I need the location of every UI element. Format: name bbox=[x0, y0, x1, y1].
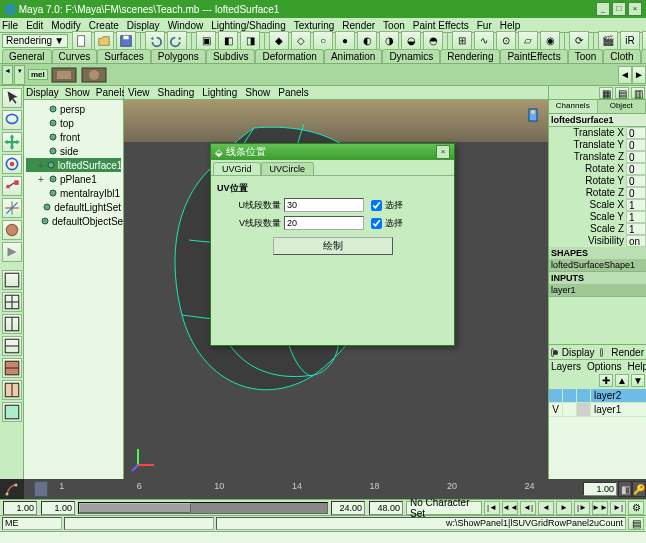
view-compass-icon[interactable] bbox=[524, 106, 542, 124]
four-pane-button[interactable] bbox=[2, 292, 22, 312]
layout-e-button[interactable] bbox=[2, 402, 22, 422]
layer-row[interactable]: layer2 bbox=[549, 389, 646, 403]
select-component-button[interactable]: ◨ bbox=[240, 31, 260, 51]
step-back-button[interactable]: ◄◄ bbox=[502, 501, 518, 515]
menu-render[interactable]: Render bbox=[342, 20, 375, 31]
select-tool[interactable] bbox=[2, 88, 22, 108]
outliner-menu-show[interactable]: Show bbox=[65, 87, 90, 98]
layout-d-button[interactable] bbox=[2, 380, 22, 400]
save-scene-button[interactable] bbox=[116, 31, 136, 51]
input-item[interactable]: layer1 bbox=[549, 284, 646, 297]
shelf-tab-surfaces[interactable]: Surfaces bbox=[97, 49, 150, 63]
layer-new-button[interactable]: ✚ bbox=[599, 374, 613, 387]
menu-file[interactable]: File bbox=[2, 20, 18, 31]
last-tool[interactable] bbox=[2, 242, 22, 262]
anim-pref-button[interactable] bbox=[0, 479, 24, 499]
shelf-custom-icon-b[interactable] bbox=[80, 66, 108, 84]
shelf-collapse-button[interactable]: ◄ bbox=[2, 65, 13, 85]
dialog-tab-uvcircle[interactable]: UVCircle bbox=[261, 162, 315, 175]
ipr-render-button[interactable]: iR bbox=[620, 31, 640, 51]
range-track[interactable] bbox=[78, 502, 328, 514]
layer-menu-options[interactable]: Options bbox=[587, 361, 621, 372]
menu-help[interactable]: Help bbox=[500, 20, 521, 31]
channel-attr[interactable]: Scale Y1 bbox=[549, 211, 646, 223]
dialog-select-checkbox[interactable] bbox=[371, 200, 382, 211]
menu-modify[interactable]: Modify bbox=[51, 20, 80, 31]
cmd-input[interactable] bbox=[64, 517, 214, 530]
time-snap-toggle[interactable]: ◧ bbox=[618, 481, 632, 497]
lasso-tool[interactable] bbox=[2, 110, 22, 130]
layer-dn-button[interactable]: ▼ bbox=[631, 374, 645, 387]
snap-live-button[interactable]: ◉ bbox=[540, 31, 560, 51]
channel-node-name[interactable]: loftedSurface1 bbox=[549, 114, 646, 127]
viewport-menu-view[interactable]: View bbox=[128, 87, 150, 98]
channel-attr[interactable]: Translate Z0 bbox=[549, 151, 646, 163]
outliner-item-defaultlightset[interactable]: defaultLightSet bbox=[26, 200, 121, 214]
channel-mode-a[interactable]: ▦ bbox=[599, 87, 613, 99]
shelf-custom-icon-a[interactable] bbox=[50, 66, 78, 84]
mask-b-button[interactable]: ◇ bbox=[291, 31, 311, 51]
outliner-item-defaultobjectset[interactable]: defaultObjectSet bbox=[26, 214, 121, 228]
dialog-count-input[interactable] bbox=[284, 198, 364, 212]
menu-fur[interactable]: Fur bbox=[477, 20, 492, 31]
time-current-marker[interactable] bbox=[34, 481, 48, 497]
dialog-count-input[interactable] bbox=[284, 216, 364, 230]
viewport-menu-lighting[interactable]: Lighting bbox=[202, 87, 237, 98]
range-start-field[interactable] bbox=[41, 501, 75, 515]
prev-key-button[interactable]: ◄| bbox=[520, 501, 536, 515]
outliner-item-persp[interactable]: persp bbox=[26, 102, 121, 116]
shelf-tab-toon[interactable]: Toon bbox=[568, 49, 604, 63]
menu-lightingshading[interactable]: Lighting/Shading bbox=[211, 20, 286, 31]
current-time-field[interactable] bbox=[583, 482, 617, 496]
shelf-tab-deformation[interactable]: Deformation bbox=[255, 49, 323, 63]
shelf-tab-painteffects[interactable]: PaintEffects bbox=[500, 49, 567, 63]
anim-prefs-button[interactable]: ⚙ bbox=[628, 501, 644, 515]
menu-window[interactable]: Window bbox=[168, 20, 204, 31]
manip-tool[interactable] bbox=[2, 198, 22, 218]
shelf-menu-button[interactable]: ▾ bbox=[14, 65, 25, 85]
dialog-select-checkbox[interactable] bbox=[371, 218, 382, 229]
dialog-tab-uvgrid[interactable]: UVGrid bbox=[213, 162, 261, 175]
shelf-tab-rendering[interactable]: Rendering bbox=[440, 49, 500, 63]
channel-attr[interactable]: Rotate Z0 bbox=[549, 187, 646, 199]
go-end-button[interactable]: ►| bbox=[610, 501, 626, 515]
new-scene-button[interactable] bbox=[72, 31, 92, 51]
snap-plane-button[interactable]: ▱ bbox=[518, 31, 538, 51]
layout-a-button[interactable] bbox=[2, 314, 22, 334]
snap-curve-button[interactable]: ∿ bbox=[474, 31, 494, 51]
outliner-menu-display[interactable]: Display bbox=[26, 87, 59, 98]
mask-c-button[interactable]: ○ bbox=[313, 31, 333, 51]
mask-f-button[interactable]: ◑ bbox=[379, 31, 399, 51]
time-key-button[interactable]: 🔑 bbox=[632, 481, 646, 497]
cmd-lang-label[interactable]: ME bbox=[2, 517, 62, 530]
rewind-button[interactable]: |◄ bbox=[484, 501, 500, 515]
channel-attr[interactable]: Rotate Y0 bbox=[549, 175, 646, 187]
shelf-tab-curves[interactable]: Curves bbox=[52, 49, 98, 63]
layer-up-button[interactable]: ▲ bbox=[615, 374, 629, 387]
viewport-menu-panels[interactable]: Panels bbox=[278, 87, 309, 98]
play-back-button[interactable]: ◄ bbox=[538, 501, 554, 515]
outliner-item-pplane1[interactable]: +pPlane1 bbox=[26, 172, 121, 186]
shelf-tab-polygons[interactable]: Polygons bbox=[151, 49, 206, 63]
shelf-scroll-left[interactable]: ◄ bbox=[618, 66, 632, 84]
channel-attr[interactable]: Translate X0 bbox=[549, 127, 646, 139]
snap-grid-button[interactable]: ⊞ bbox=[452, 31, 472, 51]
shelf-tab-cloth[interactable]: Cloth bbox=[603, 49, 640, 63]
menu-display[interactable]: Display bbox=[127, 20, 160, 31]
outliner-item-mentalrayibl1[interactable]: mentalrayIbl1 bbox=[26, 186, 121, 200]
viewport-menu-shading[interactable]: Shading bbox=[158, 87, 195, 98]
soft-mod-tool[interactable] bbox=[2, 220, 22, 240]
shelf-tab-dynamics[interactable]: Dynamics bbox=[382, 49, 440, 63]
module-dropdown[interactable]: Rendering ▼ bbox=[2, 34, 68, 48]
maximize-button[interactable]: □ bbox=[612, 2, 626, 16]
select-object-button[interactable]: ◧ bbox=[218, 31, 238, 51]
display-layers-radio[interactable] bbox=[551, 348, 554, 357]
render-current-button[interactable]: 🎬 bbox=[598, 31, 618, 51]
channel-attr[interactable]: Visibilityon bbox=[549, 235, 646, 247]
mask-e-button[interactable]: ◐ bbox=[357, 31, 377, 51]
layer-row[interactable]: Vlayer1 bbox=[549, 403, 646, 417]
outliner-item-front[interactable]: front bbox=[26, 130, 121, 144]
range-end-field[interactable] bbox=[331, 501, 365, 515]
render-layers-radio[interactable] bbox=[600, 348, 603, 357]
character-set-dropdown[interactable]: No Character Set bbox=[406, 501, 482, 515]
